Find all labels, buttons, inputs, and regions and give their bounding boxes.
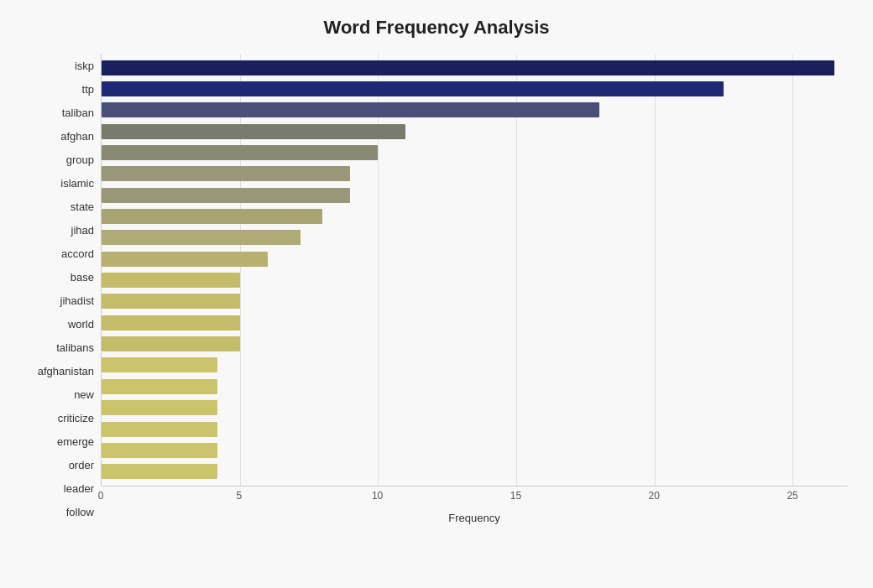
bar (102, 422, 217, 437)
y-label: emerge (25, 432, 94, 452)
x-tick: 15 (510, 490, 521, 502)
x-tick: 10 (372, 490, 383, 502)
y-label: jihad (25, 220, 94, 240)
bar (102, 60, 834, 75)
bar (102, 102, 599, 117)
bar (102, 81, 724, 96)
bar (102, 315, 240, 330)
chart-container: Word Frequency Analysis iskpttptalibanaf… (0, 0, 873, 588)
bar-row (102, 398, 848, 417)
bar (102, 336, 240, 351)
bar-row (102, 228, 848, 247)
bar-row (102, 164, 848, 183)
x-tick: 5 (236, 490, 242, 502)
bar (102, 209, 322, 224)
y-label: follow (25, 502, 94, 523)
y-label: group (25, 149, 94, 169)
y-axis: iskpttptalibanafghangroupislamicstatejih… (25, 54, 101, 524)
x-axis: 0510152025 (101, 487, 848, 507)
bar (102, 357, 217, 372)
x-axis-label: Frequency (101, 512, 848, 524)
y-label: leader (25, 479, 94, 499)
y-label: ttp (25, 79, 94, 99)
bar (102, 166, 350, 181)
bar-row (102, 186, 848, 205)
bar-row (102, 250, 848, 268)
bar (102, 273, 240, 288)
bar-row (102, 271, 848, 289)
bar-row (102, 101, 848, 119)
bar-row (102, 356, 848, 374)
chart-title: Word Frequency Analysis (25, 17, 848, 39)
y-label: afghan (25, 126, 94, 146)
bar-row (102, 80, 848, 98)
bar (102, 464, 217, 479)
x-tick: 20 (649, 490, 660, 502)
bar (102, 294, 240, 309)
bar-row (102, 462, 848, 481)
bar (102, 230, 301, 245)
bar-row (102, 441, 848, 460)
bars-wrapper (101, 54, 848, 487)
x-tick: 25 (787, 490, 797, 502)
bar-row (102, 314, 848, 332)
bar-row (102, 122, 848, 141)
bar-row (102, 59, 848, 77)
bar-row (102, 292, 848, 310)
bar-row (102, 335, 848, 353)
y-label: jihadist (25, 290, 94, 310)
bar (102, 252, 268, 267)
bar-row (102, 377, 848, 396)
x-tick: 0 (98, 490, 104, 502)
y-label: base (25, 267, 94, 287)
y-label: state (25, 196, 94, 216)
y-label: afghanistan (25, 362, 94, 382)
y-label: order (25, 455, 94, 476)
y-label: islamic (25, 173, 94, 193)
chart-area: iskpttptalibanafghangroupislamicstatejih… (25, 54, 848, 524)
y-label: accord (25, 243, 94, 263)
bar (102, 379, 217, 394)
y-label: iskp (25, 55, 94, 75)
y-label: taliban (25, 102, 94, 122)
bars-and-xaxis: 0510152025 Frequency (101, 54, 848, 524)
bar-row (102, 420, 848, 439)
bars-rows (102, 54, 848, 486)
bar (102, 124, 405, 139)
bar (102, 400, 217, 415)
y-label: new (25, 385, 94, 405)
bar (102, 188, 350, 203)
y-label: world (25, 315, 94, 335)
bar-row (102, 143, 848, 162)
bar (102, 145, 378, 160)
y-label: criticize (25, 408, 94, 429)
y-label: talibans (25, 338, 94, 358)
bar (102, 443, 217, 458)
bar-row (102, 207, 848, 226)
